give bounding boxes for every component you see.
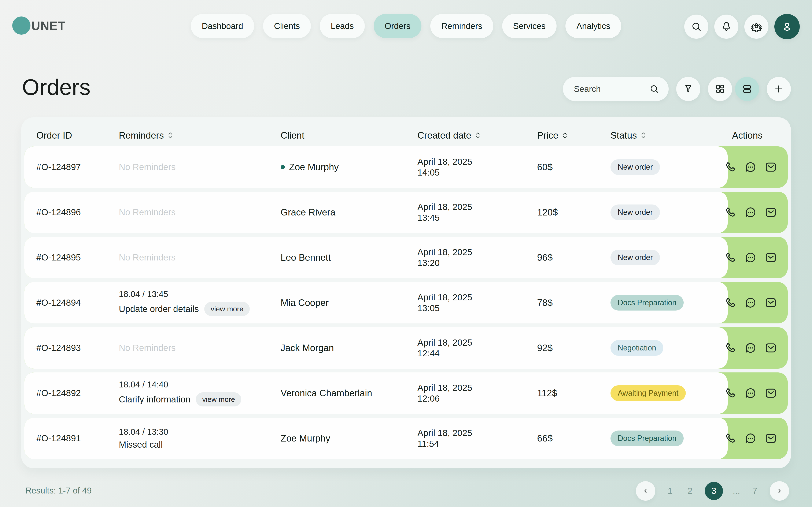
call-button[interactable] bbox=[723, 206, 737, 219]
reminder-cell: No Reminders bbox=[119, 252, 281, 263]
created-time: 12:06 bbox=[417, 393, 537, 404]
chat-button[interactable] bbox=[744, 251, 757, 264]
chat-button[interactable] bbox=[744, 341, 757, 355]
created-date: April 18, 2025 bbox=[417, 247, 537, 258]
phone-icon bbox=[723, 206, 737, 219]
column-header-reminders[interactable]: Reminders bbox=[119, 130, 281, 141]
client-name: Zoe Murphy bbox=[281, 433, 330, 444]
email-button[interactable] bbox=[764, 251, 777, 264]
top-bar: UNET DashboardClientsLeadsOrdersReminder… bbox=[0, 0, 812, 53]
created-time: 13:05 bbox=[417, 303, 537, 314]
settings-button[interactable] bbox=[744, 14, 768, 39]
no-reminders-label: No Reminders bbox=[119, 252, 175, 262]
price: 60$ bbox=[537, 162, 610, 172]
column-header-actions: Actions bbox=[717, 130, 788, 141]
list-view-button[interactable] bbox=[735, 77, 759, 101]
page-7-button[interactable]: 7 bbox=[750, 486, 760, 496]
created-date: April 18, 2025 bbox=[417, 428, 537, 438]
order-id: #O-124894 bbox=[36, 298, 119, 308]
chat-button[interactable] bbox=[744, 160, 757, 174]
search-icon bbox=[649, 84, 659, 94]
reminder-cell: 18.04 / 13:45Update order detailsview mo… bbox=[119, 289, 281, 316]
status-badge: Docs Preparation bbox=[610, 295, 683, 311]
client-cell: Jack Morgan bbox=[281, 343, 417, 353]
client-name: Leo Bennett bbox=[281, 252, 331, 263]
created-date-cell: April 18, 202513:20 bbox=[417, 247, 537, 268]
table-toolbar bbox=[563, 77, 791, 101]
funnel-icon bbox=[683, 83, 694, 95]
created-date-cell: April 18, 202513:45 bbox=[417, 202, 537, 223]
grid-view-icon bbox=[714, 83, 725, 95]
sort-icon bbox=[562, 132, 568, 139]
grid-view-button[interactable] bbox=[708, 77, 732, 101]
call-button[interactable] bbox=[723, 160, 737, 174]
chevron-left-icon bbox=[642, 487, 649, 495]
nav-item-leads[interactable]: Leads bbox=[320, 14, 365, 38]
mail-icon bbox=[764, 341, 777, 355]
chat-button[interactable] bbox=[744, 296, 757, 309]
created-date-cell: April 18, 202514:05 bbox=[417, 156, 537, 178]
chat-button[interactable] bbox=[744, 386, 757, 400]
reminder-datetime: 18.04 / 13:30 bbox=[119, 427, 281, 437]
email-button[interactable] bbox=[764, 160, 777, 174]
reminder-cell: No Reminders bbox=[119, 162, 281, 172]
created-date-cell: April 18, 202513:05 bbox=[417, 292, 537, 314]
nav-item-reminders[interactable]: Reminders bbox=[430, 14, 493, 38]
notifications-button[interactable] bbox=[714, 14, 739, 39]
no-reminders-label: No Reminders bbox=[119, 162, 175, 172]
status-cell: Awaiting Payment bbox=[610, 385, 717, 401]
view-more-button[interactable]: view more bbox=[204, 302, 250, 316]
call-button[interactable] bbox=[723, 386, 737, 400]
call-button[interactable] bbox=[723, 432, 737, 445]
call-button[interactable] bbox=[723, 296, 737, 309]
email-button[interactable] bbox=[764, 341, 777, 355]
phone-icon bbox=[723, 386, 737, 400]
column-header-status[interactable]: Status bbox=[610, 130, 717, 141]
email-button[interactable] bbox=[764, 432, 777, 445]
page-1-button[interactable]: 1 bbox=[665, 486, 675, 496]
nav-item-services[interactable]: Services bbox=[502, 14, 557, 38]
call-button[interactable] bbox=[723, 251, 737, 264]
call-button[interactable] bbox=[723, 341, 737, 355]
search-icon bbox=[691, 21, 702, 32]
page-2-button[interactable]: 2 bbox=[685, 486, 695, 496]
nav-item-orders[interactable]: Orders bbox=[374, 14, 421, 38]
created-date: April 18, 2025 bbox=[417, 156, 537, 167]
global-search-button[interactable] bbox=[684, 14, 708, 39]
status-cell: New order bbox=[610, 205, 717, 220]
status-badge: Docs Preparation bbox=[610, 431, 683, 446]
chat-button[interactable] bbox=[744, 432, 757, 445]
profile-avatar[interactable] bbox=[774, 14, 800, 39]
chat-button[interactable] bbox=[744, 206, 757, 219]
chat-icon bbox=[744, 206, 757, 219]
client-cell: Zoe Murphy bbox=[281, 162, 417, 172]
column-header-client: Client bbox=[281, 130, 417, 141]
add-order-button[interactable] bbox=[767, 77, 791, 101]
column-label: Order ID bbox=[36, 130, 72, 141]
results-count: Results: 1-7 of 49 bbox=[26, 486, 92, 495]
next-page-button[interactable] bbox=[770, 481, 789, 501]
gear-icon bbox=[751, 21, 762, 32]
filter-button[interactable] bbox=[676, 77, 700, 101]
page-numbers: 123...7 bbox=[665, 482, 760, 500]
pagination-ellipsis: ... bbox=[733, 486, 740, 496]
view-more-button[interactable]: view more bbox=[196, 392, 241, 406]
created-time: 11:54 bbox=[417, 438, 537, 449]
column-label: Status bbox=[610, 130, 637, 141]
email-button[interactable] bbox=[764, 296, 777, 309]
client-cell: Leo Bennett bbox=[281, 252, 417, 263]
column-header-price[interactable]: Price bbox=[537, 130, 610, 141]
page-3-button[interactable]: 3 bbox=[705, 482, 723, 500]
sort-icon bbox=[167, 132, 173, 139]
reminder-datetime: 18.04 / 13:45 bbox=[119, 289, 281, 299]
nav-item-analytics[interactable]: Analytics bbox=[565, 14, 621, 38]
email-button[interactable] bbox=[764, 386, 777, 400]
nav-item-clients[interactable]: Clients bbox=[263, 14, 311, 38]
client-name: Grace Rivera bbox=[281, 207, 336, 218]
status-badge: Awaiting Payment bbox=[610, 385, 686, 401]
nav-item-dashboard[interactable]: Dashboard bbox=[191, 14, 254, 38]
column-header-created-date[interactable]: Created date bbox=[417, 130, 537, 141]
prev-page-button[interactable] bbox=[636, 481, 655, 501]
email-button[interactable] bbox=[764, 206, 777, 219]
status-cell: Negotiation bbox=[610, 340, 717, 356]
